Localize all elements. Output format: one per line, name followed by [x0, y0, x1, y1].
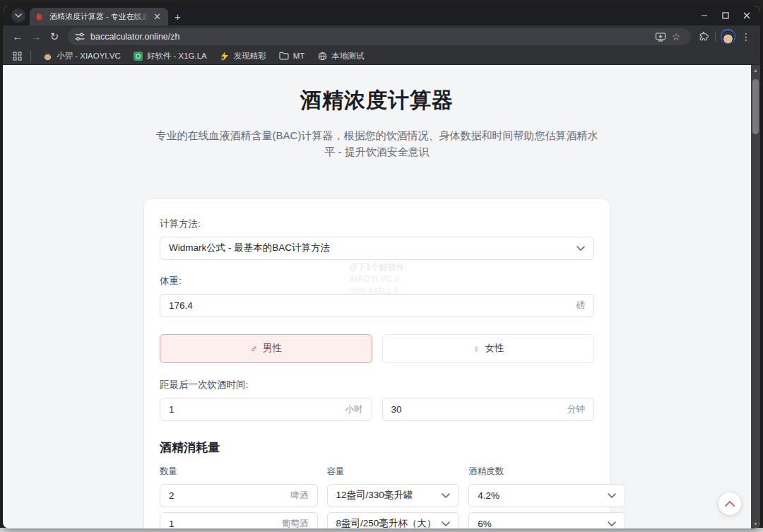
chevron-down-icon [608, 493, 616, 498]
weight-group: 体重: 磅 [160, 275, 594, 317]
scrollbar-down-arrow[interactable]: ▼ [751, 519, 760, 528]
browser-window: 酒精浓度计算器 - 专业在线血液 ✕ + ← → ↻ baccalculator… [3, 6, 760, 528]
chevron-down-icon [442, 493, 450, 498]
tab-strip: 酒精浓度计算器 - 专业在线血液 ✕ + [3, 6, 760, 25]
browser-menu-button[interactable]: ⋮ [738, 28, 755, 45]
method-selected-value: Widmark公式 - 最基本的BAC计算方法 [169, 242, 571, 254]
extensions-puzzle-icon[interactable] [695, 28, 712, 45]
weight-field: 磅 [160, 294, 594, 317]
tab-search-button[interactable] [11, 8, 25, 23]
minutes-unit: 分钟 [567, 403, 585, 415]
qty-field-beer: 啤酒 [160, 484, 318, 507]
hours-unit: 小时 [345, 403, 363, 415]
window-controls [694, 6, 757, 25]
bookmark-mt-folder[interactable]: MT [275, 49, 309, 62]
globe-icon [317, 51, 327, 61]
gender-male-button[interactable]: ♂ 男性 [160, 334, 372, 363]
active-tab[interactable]: 酒精浓度计算器 - 专业在线血液 ✕ [30, 8, 168, 25]
method-select[interactable]: Widmark公式 - 最基本的BAC计算方法 [160, 237, 594, 260]
maximize-button[interactable] [715, 6, 736, 25]
qty-field-wine: 葡萄酒 [160, 512, 318, 529]
page-title: 酒精浓度计算器 [3, 86, 751, 115]
tab-title: 酒精浓度计算器 - 专业在线血液 [49, 11, 151, 22]
minimize-button[interactable] [694, 6, 715, 25]
time-label: 距最后一次饮酒时间: [160, 379, 594, 391]
scrollbar-up-arrow[interactable]: ▲ [753, 65, 758, 75]
apps-grid-icon [13, 52, 22, 61]
chevron-down-icon [15, 13, 22, 18]
toolbar-divider [715, 31, 716, 42]
calculator-card: @下1个好软件 XIAOYI.VC // /////// X1G.LA 计算方法… [143, 199, 610, 529]
weight-input[interactable] [169, 300, 571, 311]
abv-select-beer[interactable]: 4.2% [468, 484, 625, 507]
green-app-icon [134, 52, 143, 61]
male-label: 男性 [263, 342, 282, 355]
scroll-to-top-button[interactable] [718, 492, 741, 515]
weight-label: 体重: [160, 275, 594, 288]
bookmark-localtest[interactable]: 本地测试 [313, 49, 368, 63]
time-group: 距最后一次饮酒时间: 小时 分钟 [160, 379, 594, 421]
col-header-qty: 数量 [160, 466, 318, 478]
install-app-icon[interactable] [653, 32, 668, 42]
scrollbar-thumb[interactable] [752, 79, 759, 134]
desktop: { "browser": { "tab_title": "酒精浓度计算器 - 专… [0, 0, 763, 532]
url-text[interactable]: baccalculator.online/zh [90, 32, 179, 42]
col-header-abv: 酒精度数 [468, 466, 625, 478]
browser-toolbar: ← → ↻ baccalculator.online/zh ☆ ⋮ [3, 25, 760, 47]
new-tab-button[interactable]: + [168, 11, 187, 25]
page-scrollbar[interactable]: ▲ ▼ [751, 65, 760, 528]
chevron-down-icon [442, 521, 450, 526]
minutes-input[interactable] [391, 404, 562, 415]
chevron-down-icon [608, 521, 616, 526]
page-viewport: ▲ ▼ 酒精浓度计算器 专业的在线血液酒精含量(BAC)计算器，根据您的饮酒情况… [3, 65, 760, 528]
female-icon: ♀ [472, 343, 480, 355]
method-label: 计算方法: [160, 218, 594, 230]
bookmark-x1g[interactable]: 好软件 - X1G.LA [129, 49, 211, 63]
profile-avatar[interactable] [721, 29, 735, 44]
bookmark-star-icon[interactable]: ☆ [668, 31, 684, 42]
weight-unit: 磅 [576, 300, 586, 312]
spark-icon [220, 51, 230, 61]
method-group: 计算方法: Widmark公式 - 最基本的BAC计算方法 [160, 218, 594, 260]
folder-icon [279, 51, 289, 61]
bookmark-xiaoyi[interactable]: 小羿 - XIAOYI.VC [38, 49, 125, 63]
apps-grid-button[interactable] [11, 50, 23, 62]
bookmark-discover[interactable]: 发现精彩 [215, 49, 271, 63]
abv-select-wine[interactable]: 6% [468, 512, 625, 529]
hours-input[interactable] [169, 404, 340, 415]
bookmarks-bar: 小羿 - XIAOYI.VC 好软件 - X1G.LA 发现精彩 MT 本地测试 [3, 47, 760, 65]
drink-type-label: 啤酒 [291, 490, 309, 502]
forward-button[interactable]: → [27, 28, 45, 46]
site-settings-tune-icon[interactable] [75, 32, 85, 42]
volume-select-beer[interactable]: 12盎司/330毫升罐 [327, 484, 460, 507]
col-header-volume: 容量 [327, 466, 460, 478]
close-button[interactable] [736, 6, 757, 25]
bookmark-label: 本地测试 [331, 51, 364, 61]
qty-input-wine[interactable] [169, 519, 276, 529]
hours-field: 小时 [160, 398, 372, 421]
address-bar[interactable]: baccalculator.online/zh ☆ [68, 28, 691, 45]
female-label: 女性 [485, 342, 504, 355]
reload-button[interactable]: ↻ [45, 28, 64, 46]
bookmark-label: MT [293, 52, 305, 60]
gender-female-button[interactable]: ♀ 女性 [382, 334, 595, 363]
page-subtitle: 专业的在线血液酒精含量(BAC)计算器，根据您的饮酒情况、身体数据和时间帮助您估… [151, 127, 603, 160]
drink-type-label: 葡萄酒 [282, 518, 309, 529]
gender-group: ♂ 男性 ♀ 女性 [160, 334, 594, 363]
bookmark-label: 好软件 - X1G.LA [147, 51, 207, 61]
qty-input-beer[interactable] [169, 490, 285, 501]
volume-select-wine[interactable]: 8盎司/250毫升杯（大） [327, 512, 460, 529]
bookmark-label: 小羿 - XIAOYI.VC [57, 51, 121, 61]
bookmarks-divider [30, 51, 31, 61]
bookmark-label: 发现精彩 [234, 51, 266, 61]
consumption-grid: 数量 容量 酒精度数 啤酒 12盎司/330毫升罐 4.2% [160, 466, 594, 529]
minutes-field: 分钟 [382, 398, 595, 421]
chevron-up-icon [725, 501, 735, 507]
back-button[interactable]: ← [8, 28, 27, 46]
consumption-title: 酒精消耗量 [160, 439, 594, 456]
male-icon: ♂ [250, 343, 258, 355]
site-favicon-icon [35, 12, 45, 22]
tab-close-button[interactable]: ✕ [151, 11, 163, 23]
chevron-down-icon [576, 246, 585, 251]
avatar-icon [42, 51, 52, 61]
